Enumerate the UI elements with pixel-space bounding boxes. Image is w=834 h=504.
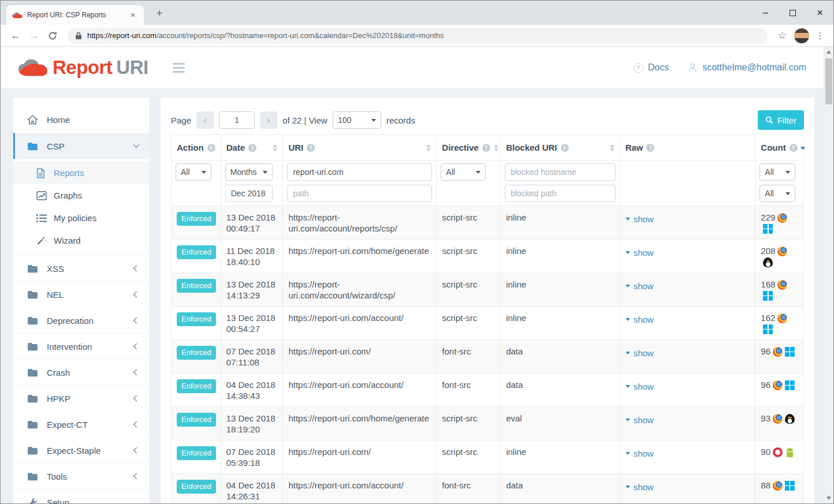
directive-filter-cell: All <box>437 160 501 206</box>
date-filter-input[interactable] <box>225 185 273 202</box>
status-badge: Enforced <box>177 212 216 226</box>
column-header-directive[interactable]: Directive <box>437 135 501 160</box>
column-header-uri[interactable]: URI <box>283 135 437 160</box>
csp-submenu: Reports Graphs My policies Wizard <box>13 159 149 255</box>
info-icon[interactable] <box>248 144 256 152</box>
date-unit-select[interactable]: Months <box>225 163 273 181</box>
report-uri-logo[interactable]: ReportURI <box>18 57 148 79</box>
cell-raw: show <box>620 307 755 340</box>
chevron-left-icon <box>133 395 139 401</box>
sidebar-toggle-icon[interactable] <box>173 63 185 73</box>
window-maximize-button[interactable] <box>779 1 806 25</box>
column-header-blocked-uri[interactable]: Blocked URI <box>501 135 620 160</box>
info-icon[interactable] <box>646 144 654 152</box>
directive-filter-select[interactable]: All <box>441 163 486 181</box>
count-filter-select-1[interactable]: All <box>759 163 795 181</box>
sidebar-item-expect-ct[interactable]: Expect-CT <box>13 411 149 437</box>
sort-icon[interactable] <box>490 144 498 151</box>
cell-count: 229 <box>755 206 804 240</box>
cell-raw: show <box>620 206 755 240</box>
docs-link[interactable]: Docs <box>634 62 669 73</box>
action-filter-select[interactable]: All <box>176 163 211 181</box>
count-filter-select-2[interactable]: All <box>759 185 795 202</box>
sidebar-item-deprecation[interactable]: Deprecation <box>13 307 149 333</box>
user-email: scotthelme@hotmail.com <box>702 62 806 73</box>
page-number-input[interactable] <box>219 111 255 129</box>
sidebar-item-expect-staple[interactable]: Expect-Staple <box>13 437 149 463</box>
info-icon[interactable] <box>207 144 215 152</box>
blocked-hostname-input[interactable] <box>505 163 616 181</box>
info-icon[interactable] <box>790 144 798 152</box>
show-raw-link[interactable]: show <box>626 348 654 359</box>
bookmark-star-icon[interactable] <box>773 29 791 42</box>
linux-icon <box>763 257 773 267</box>
page-scrollbar[interactable] <box>824 47 833 503</box>
next-page-button[interactable] <box>260 111 277 129</box>
sidebar-item-reports[interactable]: Reports <box>13 162 149 184</box>
wrench-icon <box>27 497 39 503</box>
firefox-icon <box>777 313 787 323</box>
sidebar-item-wizard[interactable]: Wizard <box>13 229 149 252</box>
cell-directive: script-src <box>437 273 501 307</box>
window-minimize-button[interactable] <box>752 1 779 25</box>
scroll-down-icon[interactable] <box>826 496 831 500</box>
records-per-page-select[interactable]: 100 <box>333 111 381 129</box>
cell-uri: https://report-uri.com/account/ <box>283 307 437 340</box>
sidebar-item-graphs[interactable]: Graphs <box>13 184 149 207</box>
sort-icon[interactable] <box>423 144 431 151</box>
column-header-count[interactable]: Count <box>755 135 804 160</box>
window-close-button[interactable] <box>806 1 833 25</box>
account-menu[interactable]: scotthelme@hotmail.com <box>687 62 806 73</box>
scrollbar-thumb[interactable] <box>825 58 832 104</box>
sort-icon[interactable] <box>606 144 615 151</box>
new-tab-button[interactable] <box>152 6 167 21</box>
sidebar-item-csp[interactable]: CSP <box>13 133 149 159</box>
back-button[interactable] <box>6 27 25 45</box>
sidebar-item-tools[interactable]: Tools <box>13 463 149 489</box>
show-raw-link[interactable]: show <box>626 247 654 258</box>
browser-tab[interactable]: Report URI: CSP Reports <box>6 5 144 25</box>
sidebar-item-setup[interactable]: Setup <box>13 489 149 503</box>
show-raw-link[interactable]: show <box>626 481 654 492</box>
show-raw-link[interactable]: show <box>626 314 654 325</box>
sidebar-item-intervention[interactable]: Intervention <box>13 333 149 359</box>
tab-close-icon[interactable] <box>128 10 138 20</box>
cell-raw: show <box>620 407 755 440</box>
show-raw-link[interactable]: show <box>626 415 654 425</box>
forward-button[interactable] <box>25 27 43 45</box>
sidebar-item-label: CSP <box>47 141 65 151</box>
sort-icon[interactable] <box>269 144 277 151</box>
folder-icon <box>27 142 39 151</box>
show-raw-link[interactable]: show <box>626 214 654 225</box>
sidebar-item-nel[interactable]: NEL <box>13 281 149 307</box>
filter-button[interactable]: Filter <box>758 110 804 130</box>
cell-uri: https://report-uri.com/account/ <box>283 474 437 504</box>
info-icon[interactable] <box>482 144 490 152</box>
reload-button[interactable] <box>43 27 62 45</box>
firefox-icon <box>773 380 783 390</box>
profile-avatar[interactable] <box>794 28 809 43</box>
sidebar-item-crash[interactable]: Crash <box>13 359 149 385</box>
show-raw-link[interactable]: show <box>626 381 654 392</box>
show-raw-link[interactable]: show <box>626 448 654 459</box>
uri-hostname-input[interactable] <box>287 163 432 181</box>
prev-page-button[interactable] <box>196 111 214 129</box>
info-icon[interactable] <box>561 144 569 152</box>
info-icon[interactable] <box>307 144 315 152</box>
sidebar-item-hpkp[interactable]: HPKP <box>13 385 149 411</box>
uri-path-input[interactable] <box>287 185 432 202</box>
cell-date: 07 Dec 201807:11:08 <box>221 340 283 374</box>
folder-icon <box>27 368 39 377</box>
sidebar-item-xss[interactable]: XSS <box>13 255 149 281</box>
cell-action: Enforced <box>172 340 221 374</box>
scroll-up-icon[interactable] <box>826 50 831 54</box>
cell-count: 93 <box>755 407 804 440</box>
cell-count: 168 <box>755 273 804 307</box>
sidebar-item-my-policies[interactable]: My policies <box>13 207 149 229</box>
address-bar[interactable]: https://report-uri.com/account/reports/c… <box>68 28 768 44</box>
blocked-path-input[interactable] <box>505 185 616 202</box>
show-raw-link[interactable]: show <box>626 281 654 292</box>
column-header-date[interactable]: Date <box>221 135 283 160</box>
sidebar-item-home[interactable]: Home <box>13 107 149 133</box>
browser-menu-icon[interactable] <box>813 31 828 41</box>
